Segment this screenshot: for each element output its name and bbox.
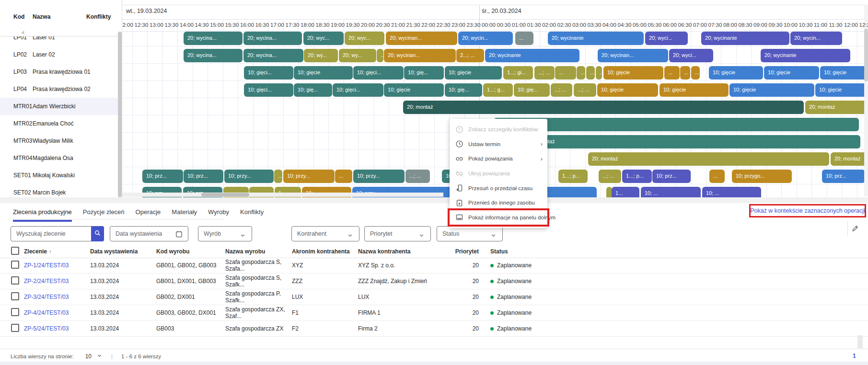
row-checkbox[interactable] [0,308,24,318]
gantt-bar-lp01[interactable]: 20; wycinanie [548,32,644,45]
gantt-bar-lp02[interactable]: 20; wyci... [669,49,713,62]
gantt-bar-mtr01[interactable]: 20; montaż [805,101,868,114]
gantt-bar-lp04[interactable]: ...; ... [551,83,572,97]
gantt-bar-lp02[interactable]: 20; wy... [304,49,338,62]
column-header-akronim-kontrahenta[interactable]: Akronim kontrahenta [292,248,358,255]
gantt-vertical-scrollbar[interactable] [864,29,868,81]
gantt-bar-lp04[interactable]: 1...; g... [483,83,513,97]
gantt-bar-set01[interactable]: 10; prz... [184,170,223,183]
gantt-horizontal-scrollbar[interactable] [201,193,249,196]
filter-select-status[interactable]: Status [437,226,503,241]
gantt-bar-lp04[interactable]: 10; gięci... [333,83,383,97]
column-resize-grip-icon[interactable]: ◢ [21,30,24,34]
gantt-bar-lp04[interactable]: ...; ... [574,83,596,97]
select-all-checkbox[interactable] [0,247,24,256]
gantt-bar-lp01[interactable]: ... [515,32,533,45]
column-header-zlecenie[interactable]: Zlecenie↑ [24,248,90,255]
resource-row-lp02[interactable]: LP02Laser 02 [0,46,118,63]
gantt-bar-set01[interactable]: 10; przygo... [732,170,792,183]
resource-column-header-kod[interactable]: Kod [13,13,24,20]
gantt-bar-lp02[interactable]: 20; wycina... [243,49,303,62]
table-scrollbar[interactable] [857,335,863,348]
row-checkbox[interactable] [0,292,24,302]
resource-column-header-konflikty[interactable]: Konflikty [86,13,111,20]
menu-item-ustaw-termin[interactable]: Ustaw termin› [450,137,547,152]
gantt-bar-lp03[interactable]: ... [596,66,602,80]
gantt-bar-mtr01[interactable]: 20; montaż [403,101,804,114]
column-header-priorytet[interactable]: Priorytet [454,248,484,255]
gantt-bar-lp01[interactable]: 20; wycinanie [701,32,789,45]
gantt-bar-set01[interactable]: ... [709,170,725,183]
gantt-bar-lp02[interactable]: ... [377,49,383,62]
tab-operacje[interactable]: Operacje [136,208,161,222]
gantt-bar-lp04[interactable]: 10; gięcie [384,83,444,97]
menu-item-przesu-o-przedzia-czasu[interactable]: Przesuń o przedział czasu [450,181,547,195]
gantt-bar-lp03[interactable]: 10; gię... [404,66,444,80]
gantt-bar-lp03[interactable]: 10; gięcie [603,66,663,80]
order-link[interactable]: ZP-4/24/TEST/03 [24,309,69,316]
row-checkbox[interactable] [0,276,24,286]
tab-materia-y[interactable]: Materiały [172,208,197,222]
gantt-bar-lp03[interactable]: 10; gięcie [294,66,353,80]
gantt-bar-lp03[interactable]: ... [586,66,595,80]
gantt-bar-lp04[interactable]: 10; gięcie [597,83,658,97]
gantt-bar-lp03[interactable]: ... [680,66,690,80]
gantt-bar-lp03[interactable]: ... [555,66,576,80]
tab-wyroby[interactable]: Wyroby [208,208,229,222]
gantt-bar-lp01[interactable]: 20; wycin... [790,32,842,45]
gantt-bar-set01[interactable]: 10; przy... [353,170,405,183]
filter-select-kontrahent[interactable]: Kontrahent [291,226,359,241]
gantt-bar-set01[interactable]: 10; przy... [283,170,335,183]
search-button[interactable] [91,226,104,241]
gantt-bar-lp01[interactable]: 20; wyc... [345,32,384,45]
gantt-bar-lp02[interactable]: 20; wycinanie [485,49,579,62]
gantt-bar-lp04[interactable]: 10; gię... [445,83,482,97]
filter-select-priorytet[interactable]: Priorytet [364,226,431,241]
gantt-bar-lp04[interactable]: 10; gię... [514,83,550,97]
gantt-bar-set01[interactable]: 1...; p... [558,170,588,183]
resource-column-header-nazwa[interactable]: Nazwa [33,13,50,20]
gantt-bar-lp03[interactable]: ... [664,66,680,80]
gantt-bar-set02[interactable]: 10; ... [702,187,761,197]
gantt-bar-lp02[interactable]: 20; wycinan... [598,49,668,62]
column-header-data-wystawienia[interactable]: Data wystawienia [90,248,156,255]
resource-row-lp03[interactable]: LP03Prasa krawędziowa 01 [0,63,118,80]
resource-row-mtr04[interactable]: MTR04Magdalena Osa [0,149,118,167]
resource-list-scrollbar[interactable] [118,32,122,197]
page-number[interactable]: 1 [853,353,856,359]
gantt-bar-mtr04[interactable]: 20; montaż [588,152,829,166]
order-link[interactable]: ZP-3/24/TEST/03 [24,294,69,300]
gantt-bar-lp01[interactable]: 20; wycina... [243,32,302,45]
gantt-bar-set01[interactable]: ... [274,170,282,183]
menu-item-pokaż-informacje-na-panelu-dolnym[interactable]: Pokaż informacje na panelu dolnym [450,210,547,225]
gantt-bar-set01[interactable]: ... [335,170,352,183]
gantt-bar-lp02[interactable]: 20; wycina... [184,49,243,62]
order-link[interactable]: ZP-1/24/TEST/03 [24,262,69,269]
menu-item-przenie-do-innego-zasobu[interactable]: Przenieś do innego zasobu [450,195,547,210]
gantt-bar-set01[interactable]: ...; ... [599,170,621,183]
gantt-bar-lp03[interactable]: 10; gięcie [709,66,763,80]
gantt-bar-lp01[interactable]: 20; wycina... [184,32,243,45]
gantt-bar-lp04[interactable]: 10; gięcie [815,83,868,97]
order-link[interactable]: ZP-2/24/TEST/03 [24,278,69,285]
order-link[interactable]: ZP-5/24/TEST/03 [24,325,69,332]
tab-zlecenia-produkcyjne[interactable]: Zlecenia produkcyjne [13,208,72,222]
gantt-bar-set01[interactable]: 10; prz... [652,170,691,183]
gantt-bar-lp02[interactable]: 20; wy... [339,49,376,62]
gantt-bar-lp03[interactable]: 1...; gi... [503,66,533,80]
gantt-bar-mtr04[interactable]: 20; montaż [831,152,868,166]
gantt-bar-lp04[interactable]: 10; gięcie [729,83,814,97]
gantt-bar-set02[interactable]: 1... [612,187,639,197]
panel-splitter[interactable] [0,197,868,203]
gantt-bar-lp03[interactable]: ... [691,66,700,80]
gantt-bar-lp03[interactable]: 10; gięcie [820,66,868,80]
calendar-icon[interactable] [175,230,183,240]
gantt-bar-lp03[interactable]: ... [577,66,585,80]
gantt-bar-lp03[interactable]: 10; gięci... [353,66,404,80]
resource-row-mtr03[interactable]: MTR03Władysław Milik [0,132,118,149]
gantt-bar-mtr02[interactable]: 20; montaż [494,118,859,131]
show-in-context-link[interactable]: Pokaż w kontekście zaznaczonych operacji [750,207,865,214]
tab-konflikty[interactable]: Konflikty [240,208,264,222]
gantt-bar-lp03[interactable]: 10; gięci... [244,66,293,80]
gantt-bar-lp03[interactable]: ...; ... [534,66,555,80]
